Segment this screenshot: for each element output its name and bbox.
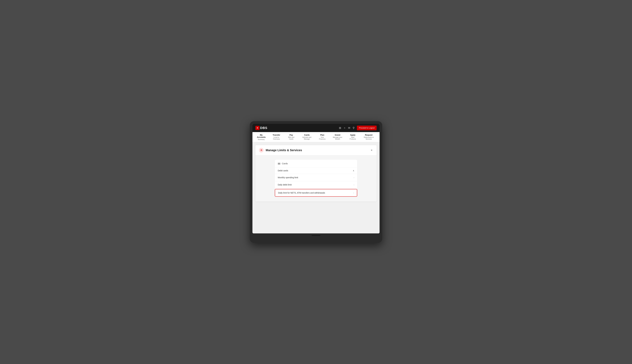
debit-cards-header[interactable]: Debit cards ∧ (275, 167, 357, 174)
nav-item-pay-sub: Bills and Cards (286, 136, 296, 140)
section-header: ▮▮ Cards (275, 160, 357, 167)
nav-item-apply-main: Apply (348, 134, 357, 136)
nav-item-apply[interactable]: Apply New Products (346, 132, 359, 142)
modal-header: ⚙ Manage Limits & Services × (256, 145, 376, 155)
chevron-up-icon: ∧ (353, 170, 354, 172)
debit-cards-label: Debit cards (278, 170, 288, 172)
person-icon[interactable]: ⚬ (344, 126, 346, 130)
logout-button[interactable]: Proceed to Logout (357, 126, 376, 130)
laptop-notch (312, 235, 320, 236)
nav-item-invest[interactable]: Invest Manage your Wealth (329, 132, 346, 142)
chevron-right-icon-2: › (354, 184, 354, 186)
nav-item-my-accounts[interactable]: My Accounts Summary (254, 132, 269, 142)
monthly-spending-limit-label: Monthly spending limit (278, 176, 298, 179)
chevron-right-icon-3: › (353, 192, 354, 194)
dbs-x-icon: ✕ (256, 127, 258, 129)
card-icon: ▮▮ (278, 162, 280, 165)
nav-item-request-sub: Statements or Services (362, 136, 376, 140)
daily-nets-limit-item[interactable]: Daily limit for NETS, ATM transfers and … (275, 189, 357, 197)
logo-area: ✕ DBS (256, 126, 267, 130)
daily-nets-limit-label: Daily limit for NETS, ATM transfers and … (278, 192, 325, 194)
nav-item-invest-main: Invest (331, 134, 344, 136)
nav-item-request-main: Request (362, 134, 376, 136)
main-content-area: ⚙ Manage Limits & Services × ▮▮ Cards (252, 142, 380, 234)
cards-section: ▮▮ Cards Debit cards ∧ Monthly spending … (275, 160, 357, 197)
nav-item-request[interactable]: Request Statements or Services (360, 132, 378, 142)
bank-icon[interactable]: ⊞ (339, 126, 341, 130)
header-icon-circle: ⚙ (259, 148, 264, 152)
modal-title: Manage Limits & Services (266, 148, 368, 152)
laptop-screen: ✕ DBS ⊞ ⚬ ✉ ⚲ Proceed to Logout My Accou… (252, 124, 380, 234)
dbs-logo-text: DBS (260, 126, 267, 130)
nav-item-my-accounts-sub: Summary (256, 138, 266, 140)
nav-item-cards-main: Cards (300, 134, 313, 136)
settings-icon: ⚙ (260, 149, 262, 152)
nav-item-pay[interactable]: Pay Bills and Cards (284, 132, 298, 142)
nav-item-transfer-sub: Local or Overseas (271, 136, 282, 140)
daily-debit-limit-label: Daily debit limit (278, 184, 292, 186)
modal-card: ⚙ Manage Limits & Services × ▮▮ Cards (256, 145, 376, 202)
monthly-spending-limit-item[interactable]: Monthly spending limit › (275, 174, 357, 181)
chevron-right-icon-1: › (354, 176, 354, 179)
top-bar-right: ⊞ ⚬ ✉ ⚲ Proceed to Logout (339, 126, 376, 130)
main-nav-menu: My Accounts Summary Transfer Local or Ov… (252, 132, 380, 142)
top-navigation-bar: ✕ DBS ⊞ ⚬ ✉ ⚲ Proceed to Logout (252, 124, 380, 132)
nav-item-apply-sub: New Products (348, 136, 357, 140)
nav-item-plan[interactable]: Plan Your Finances (316, 132, 329, 142)
search-icon[interactable]: ⚲ (353, 126, 354, 130)
laptop-container: ✕ DBS ⊞ ⚬ ✉ ⚲ Proceed to Logout My Accou… (250, 121, 382, 243)
close-button[interactable]: × (370, 148, 373, 152)
nav-item-plan-main: Plan (318, 134, 326, 136)
nav-item-plan-sub: Your Finances (318, 136, 326, 140)
daily-debit-limit-item[interactable]: Daily debit limit › (275, 181, 357, 188)
section-header-title: Cards (282, 162, 288, 165)
modal-content-area: ▮▮ Cards Debit cards ∧ Monthly spending … (256, 155, 376, 202)
nav-item-transfer-main: Transfer (271, 134, 282, 136)
nav-item-my-accounts-main: My Accounts (256, 134, 266, 138)
mail-icon[interactable]: ✉ (348, 126, 350, 130)
nav-item-cards[interactable]: Cards Activate and Manage (298, 132, 316, 142)
nav-item-cards-sub: Activate and Manage (300, 136, 313, 140)
laptop-bottom (252, 234, 380, 237)
nav-item-invest-sub: Manage your Wealth (331, 136, 344, 140)
nav-item-pay-main: Pay (286, 134, 296, 136)
nav-item-transfer[interactable]: Transfer Local or Overseas (269, 132, 284, 142)
dbs-logo-box: ✕ (256, 126, 260, 130)
